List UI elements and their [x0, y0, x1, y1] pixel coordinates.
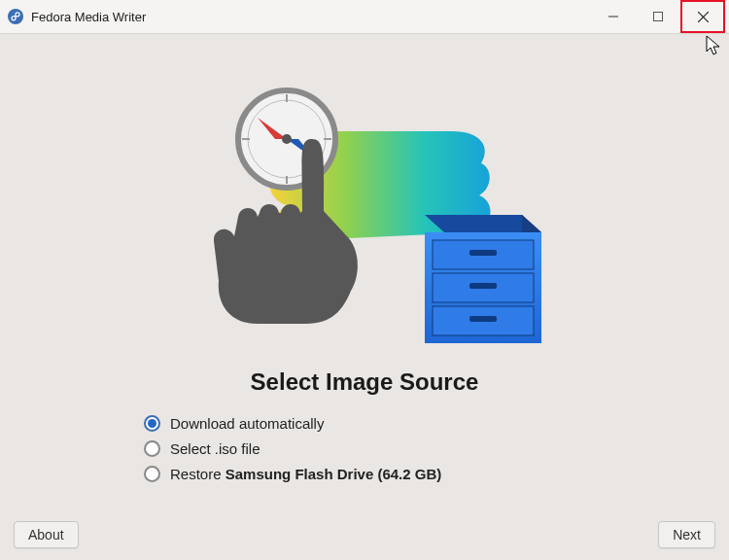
svg-rect-2 [654, 13, 663, 21]
option-label: Restore Samsung Flash Drive (64.2 GB) [170, 466, 441, 482]
option-label: Download automatically [170, 415, 324, 432]
radio-selected-icon [144, 415, 160, 432]
close-icon [698, 12, 709, 22]
next-button[interactable]: Next [658, 521, 715, 548]
app-window: Fedora Media Writer [0, 0, 729, 560]
option-restore-drive[interactable]: Restore Samsung Flash Drive (64.2 GB) [144, 462, 441, 485]
close-button[interactable] [680, 0, 725, 33]
hero-illustration [160, 71, 569, 363]
radio-unselected-icon [144, 466, 160, 482]
svg-rect-20 [469, 250, 497, 256]
window-title: Fedora Media Writer [31, 10, 146, 24]
image-source-options: Download automatically Select .iso file … [144, 409, 441, 487]
minimize-icon [608, 12, 618, 21]
maximize-button[interactable] [636, 0, 680, 33]
titlebar: Fedora Media Writer [0, 0, 729, 34]
about-button[interactable]: About [14, 521, 79, 548]
svg-rect-22 [469, 316, 497, 322]
option-download-automatically[interactable]: Download automatically [144, 411, 441, 435]
maximize-icon [653, 12, 663, 21]
option-select-iso[interactable]: Select .iso file [144, 437, 441, 460]
window-controls [591, 0, 725, 33]
svg-rect-1 [608, 17, 618, 18]
cabinet-icon [425, 215, 541, 343]
svg-rect-21 [469, 283, 497, 289]
page-title: Select Image Source [251, 368, 479, 396]
option-label: Select .iso file [170, 440, 260, 457]
footer-bar: About Next [0, 521, 729, 548]
minimize-button[interactable] [591, 0, 636, 33]
body-area: Select Image Source Download automatical… [0, 34, 729, 560]
fedora-icon [8, 9, 23, 24]
radio-unselected-icon [144, 440, 160, 457]
svg-point-13 [282, 134, 292, 144]
